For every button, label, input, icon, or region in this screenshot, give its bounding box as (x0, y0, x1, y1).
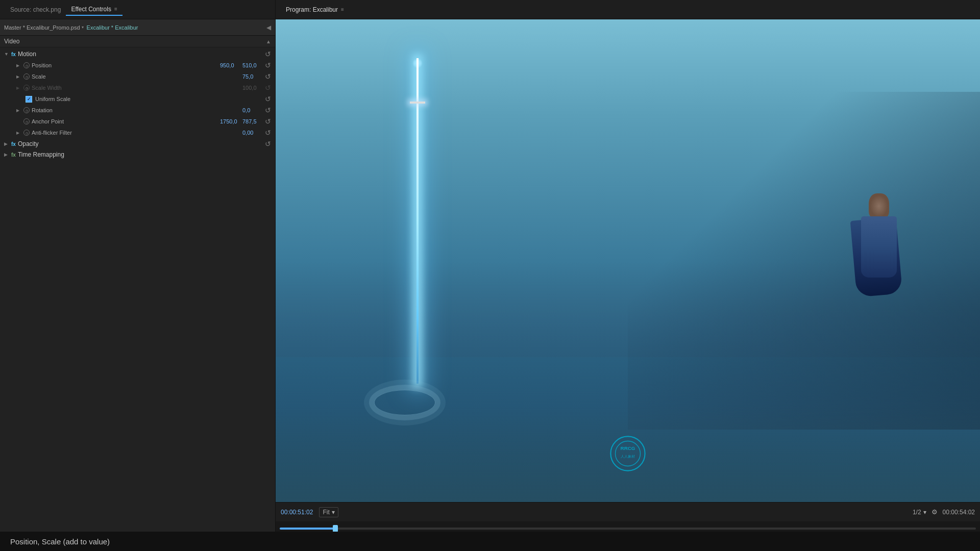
position-y-value[interactable]: 510,0 (242, 62, 263, 68)
char-body (861, 216, 897, 278)
scale-label: Scale (32, 73, 240, 80)
scale-width-row: ▶ ◷ Scale Width 100,0 ↺ (0, 82, 275, 93)
uniform-scale-label: Uniform Scale (35, 96, 70, 102)
scale-width-stopwatch-icon: ◷ (23, 85, 30, 91)
status-text: Position, Scale (add to value) (10, 537, 110, 546)
scale-stopwatch-icon[interactable]: ◷ (23, 73, 30, 80)
master-bar: Master * Excalibur_Promo.psd ▾ Excalibur… (0, 19, 275, 36)
effect-controls-content: ▼ fx Motion ↺ ▶ ◷ Position 950,0 510,0 ↺… (0, 47, 275, 534)
motion-reset-icon[interactable]: ↺ (265, 50, 271, 58)
program-tab[interactable]: Program: Excalibur ≡ (281, 4, 349, 15)
rotation-row: ▶ ◷ Rotation 0,0 ↺ (0, 105, 275, 116)
status-bar: Position, Scale (add to value) (0, 532, 980, 551)
rotation-stopwatch-icon[interactable]: ◷ (23, 107, 30, 113)
sword-guard (410, 102, 425, 104)
fit-chevron-icon: ▾ (332, 509, 335, 516)
resolution-label: 1/2 (913, 509, 921, 516)
time-remapping-group-header[interactable]: ▶ fx Time Remapping (0, 149, 275, 160)
opacity-label: Opacity (18, 140, 263, 147)
position-expand-icon: ▶ (16, 63, 21, 68)
wrench-icon[interactable]: ⚙ (932, 508, 938, 516)
opacity-reset-icon[interactable]: ↺ (265, 140, 271, 148)
position-reset-icon[interactable]: ↺ (265, 61, 271, 69)
motion-group-header[interactable]: ▼ fx Motion ↺ (0, 48, 275, 60)
position-row: ▶ ◷ Position 950,0 510,0 ↺ (0, 60, 275, 71)
tab-bar: Source: check.png Effect Controls ≡ (0, 0, 275, 19)
watermark: RRCG 人人象材 (610, 436, 646, 471)
anchor-expand-icon: ▶ (16, 119, 21, 124)
anchor-point-row: ▶ ◷ Anchor Point 1750,0 787,5 ↺ (0, 116, 275, 127)
scale-expand-icon: ▶ (16, 74, 21, 79)
duration-display: 00:00:54:02 (943, 509, 975, 516)
program-timecode: 00:00:51:02 (281, 509, 313, 516)
tab-source[interactable]: Source: check.png (5, 4, 66, 15)
master-dropdown[interactable]: Master * Excalibur_Promo.psd ▾ (4, 24, 84, 31)
svg-text:人人象材: 人人象材 (621, 455, 635, 459)
uniform-scale-row: ✓ Uniform Scale ↺ (0, 93, 275, 105)
mist-layer (276, 309, 980, 502)
time-remap-collapse-arrow: ▶ (4, 152, 9, 157)
rotation-label: Rotation (32, 107, 240, 113)
timeline-track[interactable] (280, 528, 976, 530)
resolution-dropdown[interactable]: 1/2 ▾ (913, 509, 926, 516)
video-section-header[interactable]: Video ▲ (0, 36, 275, 47)
tab-effect-controls[interactable]: Effect Controls ≡ (66, 4, 122, 16)
time-remap-fx-badge: fx (11, 152, 16, 158)
anchor-point-label: Anchor Point (32, 118, 218, 124)
position-stopwatch-icon[interactable]: ◷ (23, 62, 30, 68)
scale-width-value: 100,0 (242, 85, 263, 91)
anchor-x-value[interactable]: 1750,0 (220, 118, 240, 124)
fit-dropdown[interactable]: Fit ▾ (319, 507, 338, 517)
opacity-collapse-arrow: ▶ (4, 141, 9, 146)
video-section-arrow: ▲ (266, 39, 271, 44)
excalibur-label: Excalibur * Excalibur (87, 24, 138, 31)
anti-flicker-stopwatch-icon[interactable]: ◷ (23, 130, 30, 136)
right-controls: 1/2 ▾ ⚙ 00:00:54:02 (913, 508, 975, 516)
program-label: Program: Excalibur (286, 6, 338, 13)
motion-collapse-arrow: ▼ (4, 52, 9, 57)
panel-collapse-icon[interactable]: ◀ (266, 24, 271, 31)
program-menu-icon[interactable]: ≡ (341, 7, 344, 12)
resolution-chevron-icon: ▾ (923, 509, 926, 516)
rotation-reset-icon[interactable]: ↺ (265, 106, 271, 114)
opacity-group-header[interactable]: ▶ fx Opacity ↺ (0, 138, 275, 149)
scale-value[interactable]: 75,0 (242, 73, 263, 80)
anti-flicker-expand-icon: ▶ (16, 131, 21, 135)
scale-width-reset-icon[interactable]: ↺ (265, 84, 271, 92)
preview-area: RRCG 人人象材 (276, 19, 980, 502)
rotation-value[interactable]: 0,0 (242, 107, 263, 113)
scale-reset-icon[interactable]: ↺ (265, 72, 271, 81)
effect-controls-menu-icon[interactable]: ≡ (114, 6, 117, 12)
opacity-fx-badge: fx (11, 141, 16, 147)
rrcg-logo: RRCG 人人象材 (610, 436, 646, 471)
scale-width-expand-icon: ▶ (16, 86, 21, 90)
uniform-scale-reset-icon[interactable]: ↺ (265, 95, 271, 103)
program-panel: Program: Excalibur ≡ (276, 0, 980, 551)
uniform-scale-checkbox[interactable]: ✓ (26, 96, 32, 103)
anchor-reset-icon[interactable]: ↺ (265, 117, 271, 126)
anti-flicker-value[interactable]: 0,00 (242, 130, 263, 136)
anti-flicker-label: Anti-flicker Filter (32, 130, 240, 136)
rotation-expand-icon: ▶ (16, 108, 21, 113)
motion-label: Motion (18, 51, 263, 58)
program-tab-bar: Program: Excalibur ≡ (276, 0, 980, 19)
scale-row: ▶ ◷ Scale 75,0 ↺ (0, 71, 275, 82)
svg-text:RRCG: RRCG (621, 445, 635, 451)
position-label: Position (32, 62, 218, 68)
svg-point-0 (610, 436, 645, 470)
timeline-handle[interactable] (333, 525, 338, 532)
controls-bar: 00:00:51:02 Fit ▾ 1/2 ▾ ⚙ 00:00:54:02 (276, 502, 980, 521)
timeline-progress (280, 528, 335, 530)
master-label: Master * Excalibur_Promo.psd (4, 24, 80, 31)
position-x-value[interactable]: 950,0 (220, 62, 240, 68)
effect-controls-panel: Source: check.png Effect Controls ≡ Mast… (0, 0, 276, 551)
scale-width-label: Scale Width (32, 85, 240, 91)
video-frame: RRCG 人人象材 (276, 19, 980, 502)
fit-label: Fit (323, 509, 329, 516)
anti-flicker-reset-icon[interactable]: ↺ (265, 129, 271, 137)
char-head (869, 193, 889, 219)
time-remapping-label: Time Remapping (18, 151, 271, 158)
excalibur-dropdown[interactable]: Excalibur * Excalibur (87, 24, 138, 31)
anchor-y-value[interactable]: 787,5 (242, 118, 263, 124)
anchor-stopwatch-icon[interactable]: ◷ (23, 118, 30, 124)
